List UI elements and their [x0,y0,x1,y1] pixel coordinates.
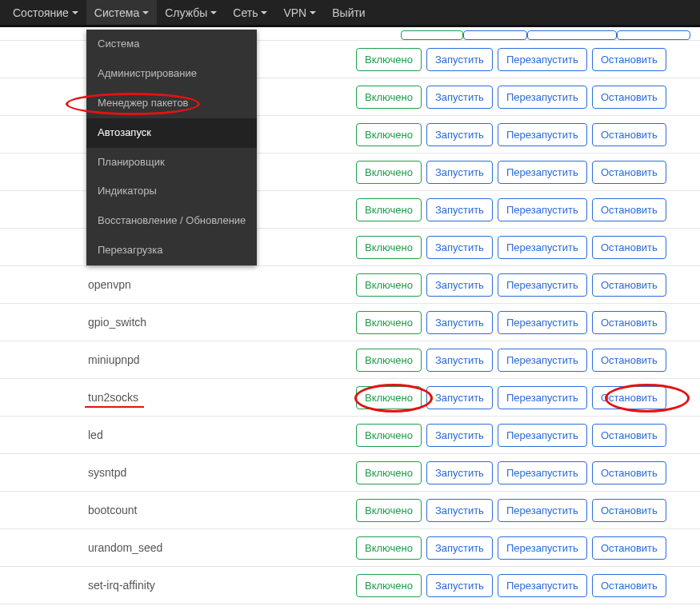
start-button[interactable]: Запустить [426,236,493,259]
dropdown-item-0[interactable]: Система [86,30,257,59]
restart-button[interactable]: Перезапустить [498,386,587,409]
action-cell: ВключеноЗапуститьПерезапуститьОстановить [356,424,700,447]
start-button[interactable]: Запустить [426,48,493,71]
restart-button[interactable]: Перезапустить [498,123,587,146]
enabled-button[interactable]: Включено [356,536,422,560]
action-cell: ВключеноЗапуститьПерезапуститьОстановить [356,461,700,484]
service-row: gpio_switchВключеноЗапуститьПерезапустит… [0,304,700,341]
stop-button[interactable]: Остановить [592,48,666,71]
nav-label: VPN [283,6,306,19]
dropdown-item-7[interactable]: Перезагрузка [86,236,257,265]
annotation-underline [85,406,144,408]
stop-button[interactable]: Остановить [592,198,666,221]
start-button[interactable]: Запустить [426,198,493,221]
stop-button[interactable]: Остановить [592,273,666,297]
service-row: bootcountВключеноЗапуститьПерезапуститьО… [0,492,700,529]
start-button[interactable]: Запустить [426,161,493,184]
nav-item-1[interactable]: Система [86,0,157,25]
enabled-button[interactable]: Включено [356,48,422,71]
stop-button[interactable]: Остановить [592,386,666,409]
stop-button[interactable]: Остановить [592,236,666,259]
restart-button[interactable]: Перезапустить [498,424,587,447]
nav-item-2[interactable]: Службы [157,0,225,25]
nav-label: Система [94,6,139,19]
dropdown-item-5[interactable]: Индикаторы [86,177,257,206]
enabled-button[interactable]: Включено [356,198,422,221]
start-button[interactable]: Запустить [426,386,493,409]
system-dropdown: СистемаАдминистрированиеМенеджер пакетов… [86,30,257,265]
service-row: set-irq-affinityВключеноЗапуститьПерезап… [0,567,700,604]
action-cell: ВключеноЗапуститьПерезапуститьОстановить [356,311,700,334]
restart-button[interactable]: Перезапустить [498,236,587,259]
stop-button[interactable]: Остановить [592,461,666,484]
restart-button[interactable]: Перезапустить [498,574,587,597]
enabled-button[interactable]: Включено [356,161,422,184]
service-row: sysntpdВключеноЗапуститьПерезапуститьОст… [0,454,700,492]
start-button[interactable]: Запустить [426,349,493,372]
restart-button[interactable]: Перезапустить [498,273,587,297]
start-button[interactable]: Запустить [426,86,493,109]
action-cell: ВключеноЗапуститьПерезапуститьОстановить [356,123,700,146]
restart-button[interactable]: Перезапустить [498,311,587,334]
restart-button[interactable]: Перезапустить [498,536,587,560]
enabled-button[interactable]: Включено [356,236,422,259]
service-row: miniupnpdВключеноЗапуститьПерезапуститьО… [0,341,700,379]
service-name: gpio_switch [0,316,356,329]
restart-button[interactable] [527,30,617,40]
stop-button[interactable]: Остановить [592,349,666,372]
dropdown-item-2[interactable]: Менеджер пакетов [86,89,257,118]
enabled-button[interactable]: Включено [356,574,422,597]
service-name: sysntpd [0,466,356,479]
restart-button[interactable]: Перезапустить [498,349,587,372]
service-row: ledВключеноЗапуститьПерезапуститьОстанов… [0,417,700,454]
enabled-button[interactable]: Включено [356,86,422,109]
enabled-button[interactable]: Включено [356,273,422,297]
action-cell: ВключеноЗапуститьПерезапуститьОстановить [356,273,700,297]
restart-button[interactable]: Перезапустить [498,161,587,184]
enabled-button[interactable]: Включено [356,424,422,447]
stop-button[interactable]: Остановить [592,424,666,447]
action-cell: ВключеноЗапуститьПерезапуститьОстановить [356,236,700,259]
restart-button[interactable]: Перезапустить [498,461,587,484]
nav-item-0[interactable]: Состояние [5,0,86,25]
start-button[interactable]: Запустить [426,536,493,560]
start-button[interactable]: Запустить [426,499,493,522]
enabled-button[interactable] [401,30,463,40]
enabled-button[interactable]: Включено [356,123,422,146]
nav-item-3[interactable]: Сеть [225,0,275,25]
stop-button[interactable]: Остановить [592,86,666,109]
restart-button[interactable]: Перезапустить [498,499,587,522]
enabled-button[interactable]: Включено [356,461,422,484]
dropdown-item-6[interactable]: Восстановление / Обновление [86,206,257,236]
start-button[interactable] [463,30,527,40]
stop-button[interactable]: Остановить [592,574,666,597]
stop-button[interactable]: Остановить [592,161,666,184]
start-button[interactable]: Запустить [426,311,493,334]
stop-button[interactable]: Остановить [592,499,666,522]
stop-button[interactable] [617,30,690,40]
dropdown-item-3[interactable]: Автозапуск [86,118,257,148]
action-cell: ВключеноЗапуститьПерезапуститьОстановить [356,86,700,109]
start-button[interactable]: Запустить [426,123,493,146]
service-name: led [0,429,356,441]
nav-item-5[interactable]: Выйти [324,0,373,25]
enabled-button[interactable]: Включено [356,499,422,522]
restart-button[interactable]: Перезапустить [498,198,587,221]
start-button[interactable]: Запустить [426,461,493,484]
restart-button[interactable]: Перезапустить [498,86,587,109]
enabled-button[interactable]: Включено [356,311,422,334]
enabled-button[interactable]: Включено [356,349,422,372]
dropdown-item-4[interactable]: Планировщик [86,148,257,177]
enabled-button[interactable]: Включено [356,386,422,409]
dropdown-item-1[interactable]: Администрирование [86,59,257,89]
nav-item-4[interactable]: VPN [275,0,324,25]
stop-button[interactable]: Остановить [592,311,666,334]
nav-label: Выйти [332,6,365,19]
stop-button[interactable]: Остановить [592,123,666,146]
nav-label: Состояние [13,6,69,19]
start-button[interactable]: Запустить [426,424,493,447]
stop-button[interactable]: Остановить [592,536,666,560]
start-button[interactable]: Запустить [426,273,493,297]
start-button[interactable]: Запустить [426,574,493,597]
restart-button[interactable]: Перезапустить [498,48,587,71]
